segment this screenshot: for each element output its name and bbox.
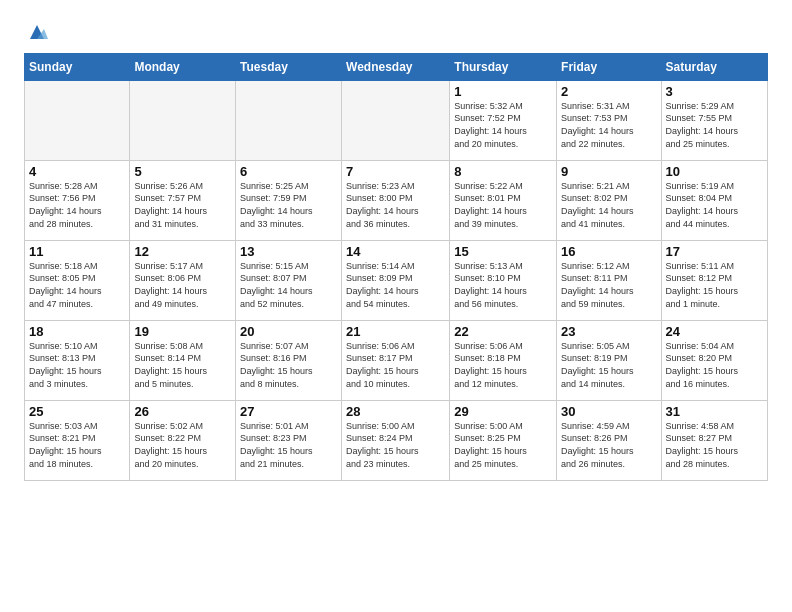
header (0, 0, 792, 53)
calendar-cell: 21Sunrise: 5:06 AM Sunset: 8:17 PM Dayli… (342, 320, 450, 400)
calendar-week-row: 1Sunrise: 5:32 AM Sunset: 7:52 PM Daylig… (25, 80, 768, 160)
calendar-cell: 13Sunrise: 5:15 AM Sunset: 8:07 PM Dayli… (236, 240, 342, 320)
day-number: 14 (346, 244, 445, 259)
day-number: 31 (666, 404, 763, 419)
day-info: Sunrise: 5:10 AM Sunset: 8:13 PM Dayligh… (29, 340, 125, 390)
day-number: 7 (346, 164, 445, 179)
day-info: Sunrise: 5:02 AM Sunset: 8:22 PM Dayligh… (134, 420, 231, 470)
day-info: Sunrise: 5:25 AM Sunset: 7:59 PM Dayligh… (240, 180, 337, 230)
day-info: Sunrise: 5:03 AM Sunset: 8:21 PM Dayligh… (29, 420, 125, 470)
calendar-cell: 4Sunrise: 5:28 AM Sunset: 7:56 PM Daylig… (25, 160, 130, 240)
calendar-week-row: 11Sunrise: 5:18 AM Sunset: 8:05 PM Dayli… (25, 240, 768, 320)
day-info: Sunrise: 5:00 AM Sunset: 8:25 PM Dayligh… (454, 420, 552, 470)
day-info: Sunrise: 5:14 AM Sunset: 8:09 PM Dayligh… (346, 260, 445, 310)
day-number: 16 (561, 244, 656, 259)
day-number: 8 (454, 164, 552, 179)
calendar-wrapper: SundayMondayTuesdayWednesdayThursdayFrid… (0, 53, 792, 489)
calendar-cell: 16Sunrise: 5:12 AM Sunset: 8:11 PM Dayli… (557, 240, 661, 320)
day-info: Sunrise: 5:17 AM Sunset: 8:06 PM Dayligh… (134, 260, 231, 310)
day-of-week-header: Monday (130, 53, 236, 80)
calendar-cell (236, 80, 342, 160)
day-of-week-header: Thursday (450, 53, 557, 80)
day-info: Sunrise: 5:00 AM Sunset: 8:24 PM Dayligh… (346, 420, 445, 470)
day-of-week-header: Saturday (661, 53, 767, 80)
calendar-cell: 3Sunrise: 5:29 AM Sunset: 7:55 PM Daylig… (661, 80, 767, 160)
day-number: 27 (240, 404, 337, 419)
calendar-cell: 24Sunrise: 5:04 AM Sunset: 8:20 PM Dayli… (661, 320, 767, 400)
calendar-cell: 12Sunrise: 5:17 AM Sunset: 8:06 PM Dayli… (130, 240, 236, 320)
day-info: Sunrise: 5:07 AM Sunset: 8:16 PM Dayligh… (240, 340, 337, 390)
day-number: 1 (454, 84, 552, 99)
calendar-cell: 23Sunrise: 5:05 AM Sunset: 8:19 PM Dayli… (557, 320, 661, 400)
calendar-header-row: SundayMondayTuesdayWednesdayThursdayFrid… (25, 53, 768, 80)
day-info: Sunrise: 5:12 AM Sunset: 8:11 PM Dayligh… (561, 260, 656, 310)
day-number: 21 (346, 324, 445, 339)
day-number: 25 (29, 404, 125, 419)
day-info: Sunrise: 5:23 AM Sunset: 8:00 PM Dayligh… (346, 180, 445, 230)
day-of-week-header: Sunday (25, 53, 130, 80)
day-of-week-header: Tuesday (236, 53, 342, 80)
calendar-cell: 26Sunrise: 5:02 AM Sunset: 8:22 PM Dayli… (130, 400, 236, 480)
calendar-cell: 30Sunrise: 4:59 AM Sunset: 8:26 PM Dayli… (557, 400, 661, 480)
day-info: Sunrise: 5:18 AM Sunset: 8:05 PM Dayligh… (29, 260, 125, 310)
day-info: Sunrise: 4:58 AM Sunset: 8:27 PM Dayligh… (666, 420, 763, 470)
calendar-cell: 6Sunrise: 5:25 AM Sunset: 7:59 PM Daylig… (236, 160, 342, 240)
day-number: 24 (666, 324, 763, 339)
calendar-cell: 14Sunrise: 5:14 AM Sunset: 8:09 PM Dayli… (342, 240, 450, 320)
day-number: 30 (561, 404, 656, 419)
day-number: 29 (454, 404, 552, 419)
day-info: Sunrise: 5:06 AM Sunset: 8:18 PM Dayligh… (454, 340, 552, 390)
day-of-week-header: Wednesday (342, 53, 450, 80)
calendar-week-row: 25Sunrise: 5:03 AM Sunset: 8:21 PM Dayli… (25, 400, 768, 480)
calendar-cell: 28Sunrise: 5:00 AM Sunset: 8:24 PM Dayli… (342, 400, 450, 480)
day-number: 3 (666, 84, 763, 99)
day-info: Sunrise: 5:01 AM Sunset: 8:23 PM Dayligh… (240, 420, 337, 470)
day-number: 28 (346, 404, 445, 419)
calendar-week-row: 18Sunrise: 5:10 AM Sunset: 8:13 PM Dayli… (25, 320, 768, 400)
calendar-cell: 31Sunrise: 4:58 AM Sunset: 8:27 PM Dayli… (661, 400, 767, 480)
day-info: Sunrise: 5:32 AM Sunset: 7:52 PM Dayligh… (454, 100, 552, 150)
calendar-cell: 8Sunrise: 5:22 AM Sunset: 8:01 PM Daylig… (450, 160, 557, 240)
day-number: 13 (240, 244, 337, 259)
day-info: Sunrise: 5:31 AM Sunset: 7:53 PM Dayligh… (561, 100, 656, 150)
calendar-cell: 15Sunrise: 5:13 AM Sunset: 8:10 PM Dayli… (450, 240, 557, 320)
day-info: Sunrise: 4:59 AM Sunset: 8:26 PM Dayligh… (561, 420, 656, 470)
day-info: Sunrise: 5:06 AM Sunset: 8:17 PM Dayligh… (346, 340, 445, 390)
day-info: Sunrise: 5:28 AM Sunset: 7:56 PM Dayligh… (29, 180, 125, 230)
day-number: 2 (561, 84, 656, 99)
day-number: 12 (134, 244, 231, 259)
calendar-cell: 11Sunrise: 5:18 AM Sunset: 8:05 PM Dayli… (25, 240, 130, 320)
day-info: Sunrise: 5:19 AM Sunset: 8:04 PM Dayligh… (666, 180, 763, 230)
calendar-cell: 25Sunrise: 5:03 AM Sunset: 8:21 PM Dayli… (25, 400, 130, 480)
calendar-cell: 20Sunrise: 5:07 AM Sunset: 8:16 PM Dayli… (236, 320, 342, 400)
day-info: Sunrise: 5:05 AM Sunset: 8:19 PM Dayligh… (561, 340, 656, 390)
calendar-week-row: 4Sunrise: 5:28 AM Sunset: 7:56 PM Daylig… (25, 160, 768, 240)
calendar-cell: 19Sunrise: 5:08 AM Sunset: 8:14 PM Dayli… (130, 320, 236, 400)
calendar-cell (25, 80, 130, 160)
day-info: Sunrise: 5:08 AM Sunset: 8:14 PM Dayligh… (134, 340, 231, 390)
day-info: Sunrise: 5:11 AM Sunset: 8:12 PM Dayligh… (666, 260, 763, 310)
day-info: Sunrise: 5:13 AM Sunset: 8:10 PM Dayligh… (454, 260, 552, 310)
day-info: Sunrise: 5:15 AM Sunset: 8:07 PM Dayligh… (240, 260, 337, 310)
day-info: Sunrise: 5:29 AM Sunset: 7:55 PM Dayligh… (666, 100, 763, 150)
calendar-cell (130, 80, 236, 160)
day-info: Sunrise: 5:21 AM Sunset: 8:02 PM Dayligh… (561, 180, 656, 230)
calendar-cell: 2Sunrise: 5:31 AM Sunset: 7:53 PM Daylig… (557, 80, 661, 160)
calendar-cell: 1Sunrise: 5:32 AM Sunset: 7:52 PM Daylig… (450, 80, 557, 160)
day-number: 15 (454, 244, 552, 259)
day-number: 22 (454, 324, 552, 339)
day-info: Sunrise: 5:22 AM Sunset: 8:01 PM Dayligh… (454, 180, 552, 230)
day-number: 9 (561, 164, 656, 179)
day-number: 17 (666, 244, 763, 259)
calendar-table: SundayMondayTuesdayWednesdayThursdayFrid… (24, 53, 768, 481)
calendar-cell: 17Sunrise: 5:11 AM Sunset: 8:12 PM Dayli… (661, 240, 767, 320)
day-number: 23 (561, 324, 656, 339)
calendar-cell: 5Sunrise: 5:26 AM Sunset: 7:57 PM Daylig… (130, 160, 236, 240)
calendar-cell (342, 80, 450, 160)
day-number: 20 (240, 324, 337, 339)
day-number: 10 (666, 164, 763, 179)
calendar-cell: 10Sunrise: 5:19 AM Sunset: 8:04 PM Dayli… (661, 160, 767, 240)
calendar-cell: 22Sunrise: 5:06 AM Sunset: 8:18 PM Dayli… (450, 320, 557, 400)
day-number: 19 (134, 324, 231, 339)
calendar-cell: 27Sunrise: 5:01 AM Sunset: 8:23 PM Dayli… (236, 400, 342, 480)
